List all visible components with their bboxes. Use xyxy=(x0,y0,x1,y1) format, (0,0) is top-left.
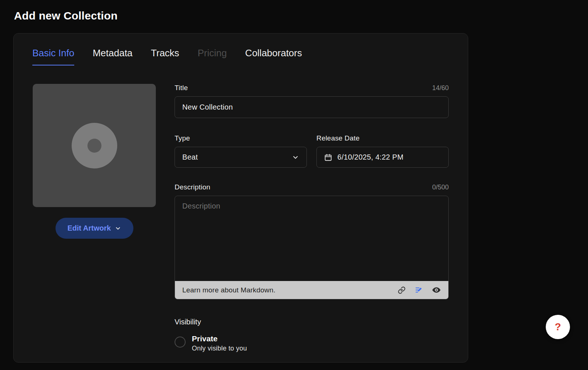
release-date-value: 6/10/2025, 4:22 PM xyxy=(337,153,404,161)
markdown-edit-icon[interactable] xyxy=(415,286,423,294)
tab-pricing: Pricing xyxy=(198,47,227,65)
calendar-icon xyxy=(324,153,332,161)
description-textarea[interactable] xyxy=(175,196,448,281)
page-title: Add new Collection xyxy=(14,10,118,22)
edit-artwork-button[interactable]: Edit Artwork xyxy=(55,218,133,239)
title-label: Title xyxy=(175,84,188,92)
link-icon[interactable] xyxy=(398,286,406,294)
type-label: Type xyxy=(175,134,190,142)
artwork-placeholder[interactable] xyxy=(33,84,156,207)
release-date-input[interactable]: 6/10/2025, 4:22 PM xyxy=(316,147,449,168)
markdown-learn-more-link[interactable]: Learn more about Markdown. xyxy=(182,286,275,294)
tab-bar: Basic Info Metadata Tracks Pricing Colla… xyxy=(14,33,468,65)
tab-basic-info[interactable]: Basic Info xyxy=(32,47,74,65)
tab-metadata[interactable]: Metadata xyxy=(93,47,132,65)
tab-tracks[interactable]: Tracks xyxy=(151,47,179,65)
visibility-option-title: Private xyxy=(192,334,247,343)
description-char-counter: 0/500 xyxy=(432,184,449,191)
type-select[interactable]: Beat xyxy=(175,147,307,168)
description-label: Description xyxy=(175,183,210,191)
visibility-option-private[interactable]: Private Only visible to you xyxy=(175,334,449,352)
help-button[interactable]: ? xyxy=(546,315,570,339)
add-collection-panel: Basic Info Metadata Tracks Pricing Colla… xyxy=(13,33,468,363)
chevron-down-icon xyxy=(115,225,121,232)
title-char-counter: 14/60 xyxy=(432,84,449,92)
markdown-toolbar: Learn more about Markdown. xyxy=(175,281,448,299)
radio-button[interactable] xyxy=(175,337,186,348)
eye-icon[interactable] xyxy=(432,285,441,295)
title-input[interactable] xyxy=(175,96,449,118)
type-select-value: Beat xyxy=(182,153,198,161)
disc-placeholder-icon xyxy=(72,123,117,168)
tab-collaborators[interactable]: Collaborators xyxy=(245,47,302,65)
visibility-label: Visibility xyxy=(175,318,449,326)
visibility-option-subtitle: Only visible to you xyxy=(192,345,247,352)
edit-artwork-label: Edit Artwork xyxy=(67,224,111,232)
chevron-down-icon xyxy=(292,154,299,161)
release-date-label: Release Date xyxy=(316,134,360,142)
